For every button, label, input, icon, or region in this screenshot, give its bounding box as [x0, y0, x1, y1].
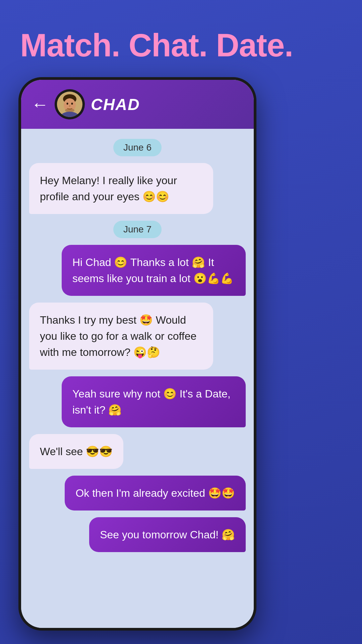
avatar	[57, 92, 82, 117]
avatar-container	[55, 89, 85, 119]
svg-point-4	[71, 103, 73, 105]
chat-message-4: Thanks I try my best 🤩 Would you like to…	[29, 303, 213, 370]
chat-area: June 6Hey Melany! I really like your pro…	[21, 129, 254, 628]
chat-message-6: We'll see 😎😎	[29, 434, 123, 469]
contact-name: CHAD	[91, 95, 140, 114]
phone-frame: ←	[18, 77, 256, 631]
svg-point-3	[67, 103, 68, 105]
chat-message-0: June 6	[113, 139, 162, 156]
headline: Match. Chat. Date.	[20, 27, 293, 64]
chat-message-7: Ok then I'm already excited 🤩🤩	[65, 476, 246, 511]
back-button[interactable]: ←	[31, 96, 49, 113]
chat-message-5: Yeah sure why not 😊 It's a Date, isn't i…	[62, 376, 246, 427]
chat-message-1: Hey Melany! I really like your profile a…	[29, 163, 213, 214]
chat-message-2: June 7	[113, 221, 162, 238]
phone-inner: ←	[21, 80, 254, 628]
chat-header: ←	[21, 80, 254, 129]
chat-message-3: Hi Chad 😊 Thanks a lot 🤗 It seems like y…	[62, 245, 246, 296]
chat-message-8: See you tomorrow Chad! 🤗	[89, 517, 246, 552]
svg-point-5	[69, 105, 70, 107]
